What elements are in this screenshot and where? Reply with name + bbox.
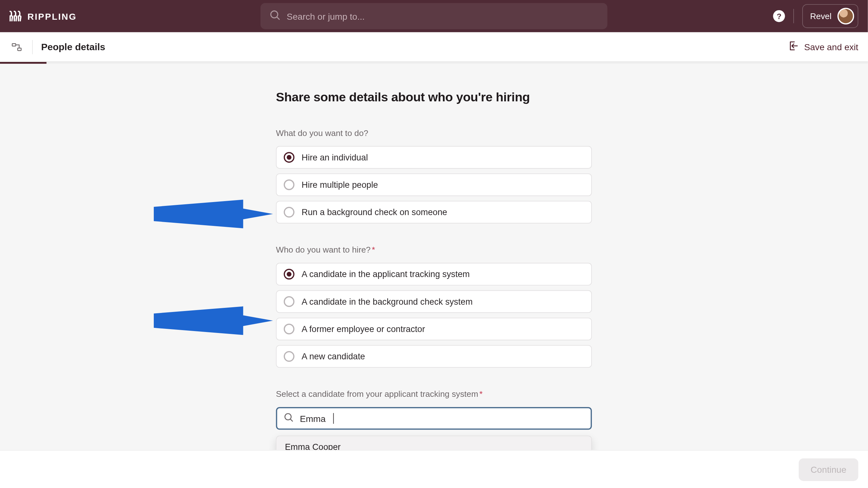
radio-icon: [284, 324, 294, 335]
save-and-exit-button[interactable]: Save and exit: [787, 40, 858, 54]
radio-ats-candidate[interactable]: A candidate in the applicant tracking sy…: [276, 263, 592, 285]
candidate-search-input[interactable]: [300, 413, 330, 424]
annotation-arrow-icon: [154, 199, 273, 230]
radio-bgc-candidate[interactable]: A candidate in the background check syst…: [276, 291, 592, 313]
brand-word: RIPPLING: [27, 11, 76, 21]
search-icon: [269, 9, 281, 23]
global-search[interactable]: [260, 3, 608, 29]
radio-icon: [284, 152, 294, 163]
workflow-icon[interactable]: [9, 40, 24, 54]
annotation-arrow-icon: [154, 305, 273, 336]
user-menu[interactable]: Revel: [802, 4, 858, 28]
save-exit-label: Save and exit: [804, 41, 859, 52]
candidate-dropdown: Emma Cooper cooper@email.com First Name: [276, 435, 592, 450]
help-button[interactable]: ?: [773, 10, 785, 22]
radio-icon: [284, 180, 294, 190]
radio-icon: [284, 296, 294, 307]
search-icon: [283, 412, 294, 425]
continue-button[interactable]: Continue: [799, 458, 859, 481]
top-bar: RIPPLING ? Revel: [0, 0, 868, 32]
radio-label: A former employee or contractor: [302, 325, 425, 334]
radio-label: Hire an individual: [302, 152, 368, 162]
radio-hire-individual[interactable]: Hire an individual: [276, 146, 592, 169]
svg-line-1: [277, 17, 279, 20]
svg-marker-6: [154, 200, 273, 228]
divider: [32, 40, 33, 54]
radio-label: Run a background check on someone: [302, 208, 447, 217]
radio-label: A candidate in the applicant tracking sy…: [302, 269, 470, 279]
radio-label: A candidate in the background check syst…: [302, 297, 472, 306]
svg-marker-7: [154, 306, 273, 335]
page-title: People details: [41, 41, 105, 52]
radio-label: A new candidate: [302, 352, 365, 361]
global-search-input[interactable]: [286, 11, 599, 21]
divider: [793, 9, 794, 23]
required-mark: *: [479, 389, 483, 399]
form-heading: Share some details about who you're hiri…: [276, 90, 592, 104]
radio-icon: [284, 351, 294, 362]
radio-icon: [284, 207, 294, 218]
radio-former-employee[interactable]: A former employee or contractor: [276, 318, 592, 340]
radio-label: Hire multiple people: [302, 180, 378, 190]
svg-rect-2: [12, 43, 16, 46]
radio-new-candidate[interactable]: A new candidate: [276, 345, 592, 368]
q2-label: Who do you want to hire?*: [276, 245, 592, 254]
candidate-option-emma-cooper[interactable]: Emma Cooper cooper@email.com: [276, 436, 591, 450]
candidate-name: Emma Cooper: [285, 442, 583, 450]
required-mark: *: [372, 245, 375, 254]
user-name: Revel: [810, 11, 832, 21]
radio-icon: [284, 269, 294, 280]
avatar: [837, 8, 854, 25]
q1-label: What do you want to do?: [276, 128, 592, 138]
candidate-search[interactable]: [276, 407, 592, 430]
sub-bar: People details Save and exit: [0, 32, 868, 62]
svg-line-5: [290, 419, 292, 421]
radio-background-check[interactable]: Run a background check on someone: [276, 201, 592, 223]
exit-icon: [787, 40, 799, 54]
svg-rect-3: [18, 48, 21, 50]
footer-bar: Continue: [0, 450, 868, 488]
brand-logo-icon: [9, 11, 23, 22]
brand[interactable]: RIPPLING: [9, 11, 77, 22]
text-caret: [333, 413, 334, 424]
radio-hire-multiple[interactable]: Hire multiple people: [276, 174, 592, 196]
q3-label: Select a candidate from your applicant t…: [276, 389, 592, 399]
